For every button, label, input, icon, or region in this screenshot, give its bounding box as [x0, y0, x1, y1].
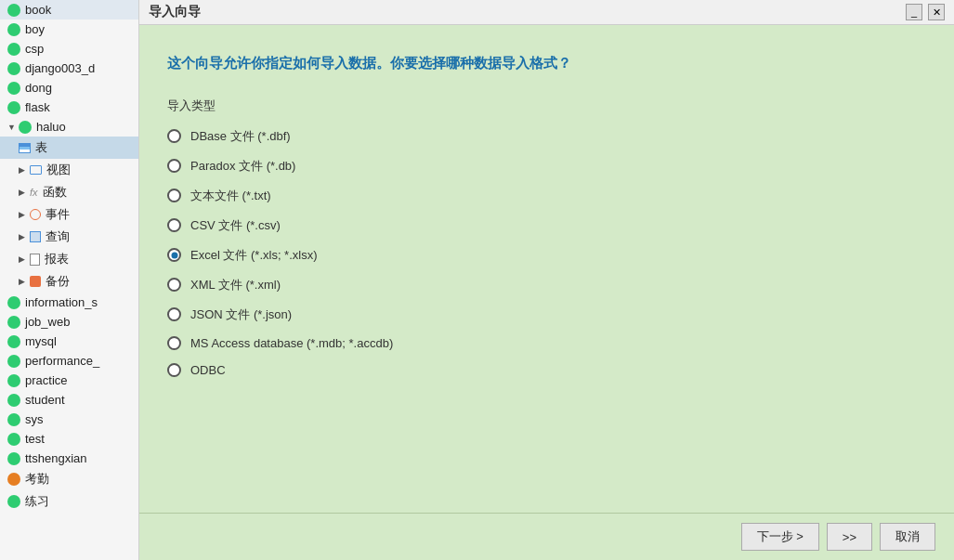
expand-arrow: ▶: [19, 277, 28, 286]
sidebar-item-label: ttshengxian: [25, 451, 87, 465]
sidebar-item[interactable]: student: [0, 390, 138, 410]
radio-label: JSON 文件 (*.json): [190, 306, 292, 323]
minimize-button[interactable]: _: [906, 4, 922, 20]
radio-circle: [167, 336, 181, 350]
sidebar-item-label: mysql: [25, 334, 57, 348]
sidebar-item[interactable]: ▼haluo: [0, 117, 138, 137]
radio-circle: [167, 129, 181, 143]
sidebar: bookboycspdjango003_ddongflask▼haluo表▶视图…: [0, 0, 139, 560]
report-icon: [30, 254, 40, 266]
radio-option[interactable]: CSV 文件 (*.csv): [167, 217, 926, 234]
db-icon: [7, 495, 20, 508]
sidebar-item[interactable]: mysql: [0, 332, 138, 351]
sidebar-item-label: dong: [25, 81, 52, 95]
sidebar-item[interactable]: boy: [0, 20, 138, 39]
dialog-body: 这个向导允许你指定如何导入数据。你要选择哪种数据导入格式？ 导入类型 DBase…: [139, 25, 954, 513]
radio-label: MS Access database (*.mdb; *.accdb): [190, 336, 393, 350]
expand-arrow: ▶: [19, 188, 28, 197]
radio-label: Paradox 文件 (*.db): [190, 158, 295, 175]
radio-option[interactable]: DBase 文件 (*.dbf): [167, 128, 926, 145]
radio-option[interactable]: XML 文件 (*.xml): [167, 277, 926, 293]
db-icon: [7, 452, 20, 465]
close-button[interactable]: ✕: [928, 4, 945, 20]
sidebar-item[interactable]: django003_d: [0, 59, 138, 78]
sidebar-item[interactable]: ttshengxian: [0, 449, 138, 468]
radio-label: ODBC: [190, 363, 226, 377]
import-type-label: 导入类型: [167, 98, 926, 114]
sidebar-item-label: performance_: [25, 354, 99, 368]
skip-button[interactable]: >>: [827, 523, 872, 551]
db-icon: [7, 82, 20, 95]
sidebar-item-label: django003_d: [25, 61, 95, 75]
sidebar-item-label: 报表: [45, 251, 69, 267]
titlebar-controls: _ ✕: [906, 4, 945, 20]
sidebar-item[interactable]: sys: [0, 410, 138, 429]
sidebar-item[interactable]: test: [0, 429, 138, 449]
sidebar-item-label: haluo: [36, 120, 66, 134]
radio-option[interactable]: ODBC: [167, 363, 926, 377]
sidebar-item-label: csp: [25, 42, 44, 56]
sidebar-item[interactable]: 表: [0, 137, 138, 159]
sidebar-item[interactable]: book: [0, 0, 138, 20]
sidebar-item[interactable]: job_web: [0, 312, 138, 332]
db-icon: [7, 394, 20, 407]
radio-option[interactable]: Excel 文件 (*.xls; *.xlsx): [167, 247, 926, 264]
main-area: 导入向导 _ ✕ 这个向导允许你指定如何导入数据。你要选择哪种数据导入格式？ 导…: [139, 0, 954, 560]
expand-arrow: ▼: [7, 123, 17, 132]
sidebar-item[interactable]: 考勤: [0, 468, 138, 490]
radio-option[interactable]: Paradox 文件 (*.db): [167, 158, 926, 175]
sidebar-item[interactable]: csp: [0, 39, 138, 59]
db-icon: [7, 316, 20, 329]
view-icon: [30, 165, 42, 175]
next-button[interactable]: 下一步 >: [741, 523, 819, 551]
radio-label: Excel 文件 (*.xls; *.xlsx): [190, 247, 318, 264]
sidebar-item[interactable]: information_s: [0, 293, 138, 312]
dialog-titlebar: 导入向导 _ ✕: [139, 0, 954, 25]
radio-option[interactable]: 文本文件 (*.txt): [167, 188, 926, 204]
radio-option[interactable]: MS Access database (*.mdb; *.accdb): [167, 336, 926, 350]
sidebar-item[interactable]: dong: [0, 78, 138, 98]
sidebar-item-label: test: [25, 432, 45, 446]
radio-label: DBase 文件 (*.dbf): [190, 128, 291, 145]
dialog-footer: 下一步 >>>取消: [139, 513, 954, 560]
radio-circle: [167, 218, 181, 232]
sidebar-item-label: boy: [25, 22, 45, 36]
sidebar-item[interactable]: ▶备份: [0, 270, 138, 293]
radio-circle: [167, 363, 181, 377]
sidebar-item[interactable]: flask: [0, 98, 138, 117]
sidebar-item-label: 表: [35, 139, 47, 156]
db-icon: [7, 335, 20, 348]
func-icon: fx: [30, 187, 38, 198]
sidebar-item[interactable]: ▶视图: [0, 159, 138, 181]
expand-arrow: ▶: [19, 254, 28, 264]
expand-arrow: ▶: [19, 210, 28, 219]
sidebar-item[interactable]: 练习: [0, 490, 138, 513]
sidebar-item-label: sys: [25, 412, 44, 426]
db-icon: [7, 473, 20, 486]
db-icon: [7, 374, 20, 387]
db-icon: [7, 413, 20, 426]
radio-circle: [167, 278, 181, 292]
db-icon: [7, 355, 20, 368]
sidebar-item-label: 考勤: [25, 471, 49, 488]
sidebar-item-label: 查询: [46, 228, 70, 245]
sidebar-item-label: information_s: [25, 295, 98, 309]
db-icon: [7, 62, 20, 75]
sidebar-item[interactable]: ▶事件: [0, 203, 138, 226]
radio-label: CSV 文件 (*.csv): [190, 217, 281, 234]
db-icon: [7, 4, 20, 17]
radio-circle: [167, 248, 181, 262]
radio-option[interactable]: JSON 文件 (*.json): [167, 306, 926, 323]
sidebar-item-label: student: [25, 393, 65, 407]
db-icon: [7, 43, 20, 56]
sidebar-item-label: 函数: [43, 184, 67, 201]
table-icon: [19, 143, 31, 153]
sidebar-item[interactable]: performance_: [0, 351, 138, 371]
cancel-button[interactable]: 取消: [880, 523, 935, 551]
db-icon: [7, 23, 20, 36]
sidebar-item[interactable]: ▶查询: [0, 226, 138, 248]
sidebar-item-label: 备份: [46, 273, 70, 290]
sidebar-item[interactable]: practice: [0, 371, 138, 390]
sidebar-item[interactable]: ▶fx函数: [0, 181, 138, 203]
sidebar-item[interactable]: ▶报表: [0, 248, 138, 270]
